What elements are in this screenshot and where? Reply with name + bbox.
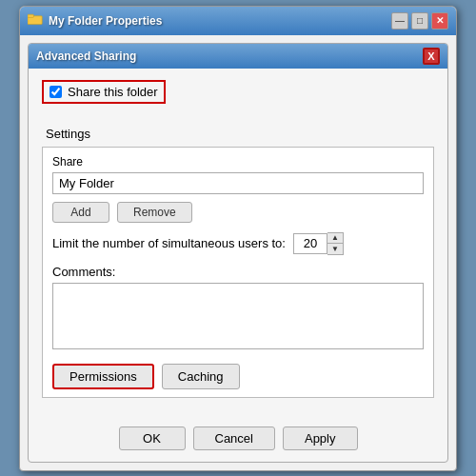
share-checkbox-label[interactable]: Share this folder xyxy=(42,80,166,104)
outer-titlebar-controls: — □ ✕ xyxy=(391,12,448,30)
add-remove-row: Add Remove xyxy=(52,202,424,223)
inner-dialog: Advanced Sharing X Share this folder Set… xyxy=(28,43,448,463)
share-checkbox-container: Share this folder xyxy=(42,80,434,115)
share-checkbox-text: Share this folder xyxy=(68,85,158,99)
user-limit-spinner[interactable]: ▲ ▼ xyxy=(293,232,344,255)
svg-rect-1 xyxy=(28,14,33,17)
inner-titlebar: Advanced Sharing X xyxy=(29,44,447,69)
inner-close-button[interactable]: X xyxy=(423,48,440,65)
user-limit-input[interactable] xyxy=(293,233,327,254)
ok-button[interactable]: OK xyxy=(119,426,186,450)
outer-window-title: My Folder Properties xyxy=(49,14,386,28)
permissions-button[interactable]: Permissions xyxy=(52,364,154,389)
permissions-caching-row: Permissions Caching xyxy=(52,364,424,389)
limit-users-row: Limit the number of simultaneous users t… xyxy=(52,232,424,255)
minimize-button[interactable]: — xyxy=(391,12,408,30)
caching-button[interactable]: Caching xyxy=(162,364,240,389)
spinner-down-button[interactable]: ▼ xyxy=(327,244,343,254)
spinner-buttons: ▲ ▼ xyxy=(327,232,344,255)
folder-icon xyxy=(28,12,43,29)
add-button[interactable]: Add xyxy=(52,202,109,223)
spinner-up-button[interactable]: ▲ xyxy=(327,233,343,244)
remove-button[interactable]: Remove xyxy=(117,202,192,223)
share-checkbox[interactable] xyxy=(50,86,62,98)
settings-box: Share Add Remove Limit the number of sim… xyxy=(42,147,434,398)
share-name-input[interactable] xyxy=(52,172,424,194)
bottom-button-row: OK Cancel Apply xyxy=(29,419,447,454)
outer-titlebar: My Folder Properties — □ ✕ xyxy=(20,7,456,35)
cancel-button[interactable]: Cancel xyxy=(193,426,275,450)
maximize-button[interactable]: □ xyxy=(411,12,428,30)
inner-dialog-title: Advanced Sharing xyxy=(36,50,136,63)
settings-label: Settings xyxy=(46,127,434,141)
comments-label: Comments: xyxy=(52,265,424,279)
apply-button[interactable]: Apply xyxy=(283,426,358,450)
outer-window: My Folder Properties — □ ✕ Advanced Shar… xyxy=(19,6,457,471)
comments-textarea[interactable] xyxy=(52,283,424,349)
limit-label: Limit the number of simultaneous users t… xyxy=(52,236,286,250)
outer-close-button[interactable]: ✕ xyxy=(431,12,448,30)
share-name-label: Share xyxy=(52,155,424,169)
dialog-content: Share this folder Settings Share Add Rem… xyxy=(29,69,447,419)
